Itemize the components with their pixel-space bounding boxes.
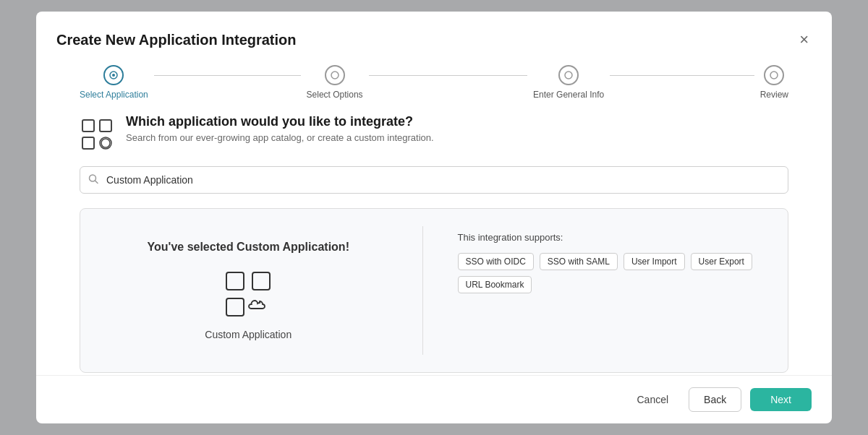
svg-point-1 [112,74,115,77]
content-subheading: Search from our ever-growing app catalog… [126,132,434,143]
step-item-4: Review [760,65,788,100]
svg-rect-5 [82,120,94,132]
tag-item: SSO with SAML [540,253,618,270]
supports-title: This integration supports: [458,232,760,243]
step-item-3: Enter General Info [533,65,604,100]
search-wrapper [80,166,788,194]
cancel-button[interactable]: Cancel [625,388,680,411]
step-item-1: Select Application [80,65,148,100]
step-wrapper-4: Review [760,65,788,100]
svg-rect-11 [252,272,270,290]
svg-rect-10 [226,272,244,290]
svg-rect-6 [100,120,111,132]
selected-prefix: You've selected [148,241,237,253]
svg-point-3 [565,72,572,79]
tag-item: User Import [624,253,685,270]
content-heading: Which application would you like to inte… [126,114,434,129]
selected-app-name-bold: Custom Application [237,241,346,253]
modal-header: Create New Application Integration × [36,12,832,51]
modal-container: Create New Application Integration × Sel… [36,12,832,423]
back-button[interactable]: Back [689,387,741,412]
step-item-2: Select Options [307,65,363,100]
divider-vertical [422,226,423,355]
svg-point-4 [770,72,778,79]
tags-grid: SSO with OIDCSSO with SAMLUser ImportUse… [458,253,760,293]
content-header: Which application would you like to inte… [80,114,788,152]
search-icon [88,174,98,186]
svg-rect-12 [226,298,244,316]
step-line-2 [369,75,528,76]
modal-footer: Cancel Back Next [36,375,832,423]
next-button[interactable]: Next [750,388,812,411]
modal-content: Which application would you like to inte… [36,114,832,375]
app-icon-large [80,117,114,152]
svg-rect-7 [82,137,94,149]
selected-left: You've selected Custom Application! Cust… [98,226,399,355]
step-label-3: Enter General Info [533,90,604,100]
selected-suffix: ! [346,241,349,253]
selected-right: This integration supports: SSO with OIDC… [446,226,771,355]
search-input[interactable] [80,166,788,194]
step-wrapper-3: Enter General Info [533,65,760,100]
modal-title: Create New Application Integration [56,32,297,48]
stepper: Select Application Select Options [36,51,832,114]
tag-item: User Export [691,253,752,270]
tag-item: SSO with OIDC [458,253,534,270]
step-wrapper-1: Select Application [80,65,307,100]
step-circle-4 [764,65,784,85]
step-label-2: Select Options [307,90,363,100]
svg-point-2 [331,72,339,79]
selected-card: You've selected Custom Application! Cust… [80,208,788,373]
step-line-1 [154,75,301,76]
selected-title: You've selected Custom Application! [148,241,349,254]
step-circle-2 [325,65,345,85]
close-button[interactable]: × [796,29,812,51]
step-wrapper-2: Select Options [307,65,534,100]
svg-line-9 [95,181,98,184]
step-circle-3 [558,65,579,85]
app-name-label: Custom Application [205,329,292,340]
step-label-4: Review [760,90,788,100]
step-line-3 [610,75,754,76]
modal-overlay: Create New Application Integration × Sel… [0,0,868,435]
app-icon-medium [222,268,274,320]
content-text: Which application would you like to inte… [126,114,434,143]
step-label-1: Select Application [80,90,148,100]
tag-item: URL Bookmark [458,276,532,293]
step-circle-1 [103,65,124,85]
